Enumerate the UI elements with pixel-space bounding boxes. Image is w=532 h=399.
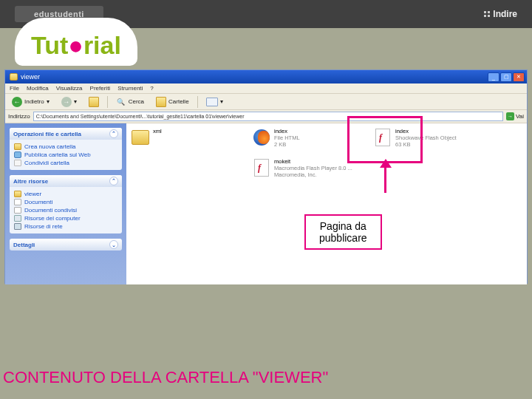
file-name: mokeit	[274, 158, 352, 165]
folders-button[interactable]: Cartelle	[152, 95, 193, 109]
file-size: 2 KB	[274, 141, 300, 148]
back-label: Indietro	[24, 98, 44, 105]
folder-icon	[10, 73, 18, 81]
file-type: File HTML	[274, 134, 300, 141]
slide: edustudenti Indire Tut●rial viewer _ ▢ ✕…	[0, 0, 532, 399]
brand-dots-icon	[484, 11, 490, 17]
chevron-down-icon: ▾	[74, 98, 77, 105]
task-label: Condividi cartella	[24, 160, 69, 166]
folders-label: Cartelle	[168, 98, 189, 105]
folders-icon	[156, 97, 166, 107]
file-type: Shockwave Flash Object	[395, 134, 457, 141]
menu-favorites[interactable]: Preferiti	[90, 85, 111, 92]
back-button[interactable]: ← Indietro ▾	[8, 95, 53, 109]
tutorial-post: rial	[83, 31, 121, 59]
file-item-folder-xml[interactable]: xml	[131, 128, 242, 148]
up-button[interactable]	[85, 95, 103, 109]
task-publish-web[interactable]: Pubblica cartella sul Web	[14, 151, 117, 159]
place-network[interactable]: Risorse di rete	[14, 222, 117, 231]
go-icon: →	[506, 112, 514, 120]
globe-icon	[14, 151, 21, 158]
file-vendor: Macromedia, Inc.	[274, 171, 352, 178]
menu-help[interactable]: ?	[150, 85, 153, 92]
panel-file-tasks: Operazioni file e cartella ⌃ Crea nuova …	[10, 128, 122, 170]
folder-icon	[14, 143, 21, 150]
file-item-mokeit[interactable]: mokeit Macromedia Flash Player 8.0 ... M…	[252, 158, 363, 178]
go-label: Vai	[516, 113, 524, 120]
folder-icon	[14, 191, 21, 197]
place-label: viewer	[24, 191, 41, 197]
panel-tasks-title: Operazioni file e cartella	[13, 131, 81, 137]
chevron-down-icon: ▾	[47, 98, 50, 105]
views-button[interactable]: ▾	[202, 96, 227, 108]
toolbar-separator	[197, 96, 198, 108]
brand-indice: Indire	[484, 9, 517, 19]
search-icon	[116, 97, 126, 107]
maximize-button[interactable]: ▢	[500, 72, 512, 82]
toolbar-separator	[107, 96, 108, 108]
brand-indice-text: Indire	[493, 9, 517, 19]
titlebar: viewer _ ▢ ✕	[5, 70, 527, 83]
tutorial-badge: Tut●rial	[15, 18, 137, 66]
place-label: Risorse del computer	[24, 215, 81, 222]
panel-details-title: Dettagli	[13, 242, 35, 248]
task-share-folder[interactable]: Condividi cartella	[14, 159, 117, 167]
collapse-button[interactable]: ⌃	[109, 129, 118, 138]
menu-file[interactable]: File	[10, 85, 19, 92]
file-list-pane: xml index File HTML 2 KB	[126, 123, 527, 284]
place-label: Risorse di rete	[24, 223, 63, 230]
back-icon: ←	[12, 97, 22, 107]
address-label: Indirizzo	[8, 113, 30, 120]
menu-view[interactable]: Visualizza	[56, 85, 83, 92]
place-viewer[interactable]: viewer	[14, 190, 117, 198]
share-icon	[14, 160, 21, 166]
go-button[interactable]: → Vai	[506, 112, 524, 120]
callout-line1: Pagina da	[319, 220, 367, 232]
computer-icon	[14, 215, 21, 222]
menu-edit[interactable]: Modifica	[27, 85, 49, 92]
firefox-icon	[253, 129, 270, 146]
place-shared-docs[interactable]: Documenti condivisi	[14, 206, 117, 214]
chevron-down-icon: ▾	[220, 98, 223, 105]
file-item-index-swf[interactable]: index Shockwave Flash Object 63 KB	[373, 128, 484, 148]
toolbar: ← Indietro ▾ → ▾ Cerca Cartelle	[5, 94, 527, 110]
tutorial-pre: Tut	[31, 31, 68, 59]
minimize-button[interactable]: _	[488, 72, 499, 82]
close-button[interactable]: ✕	[513, 72, 525, 82]
documents-icon	[14, 199, 21, 205]
place-label: Documenti	[24, 199, 52, 205]
collapse-button[interactable]: ⌃	[109, 177, 118, 185]
views-icon	[206, 98, 218, 106]
file-type: Macromedia Flash Player 8.0 ...	[274, 165, 352, 171]
task-label: Pubblica cartella sul Web	[24, 151, 91, 158]
task-label: Crea nuova cartella	[24, 143, 75, 150]
addressbar: Indirizzo C:\Documents and Settings\uten…	[5, 110, 527, 123]
place-my-computer[interactable]: Risorse del computer	[14, 214, 117, 222]
address-input[interactable]: C:\Documents and Settings\utente\Documen…	[33, 112, 503, 121]
search-label: Cerca	[129, 98, 144, 105]
place-label: Documenti condivisi	[24, 207, 77, 214]
up-folder-icon	[89, 97, 99, 107]
panel-other-places: Altre risorse ⌃ viewer Documenti Documen…	[10, 175, 122, 233]
slide-caption: CONTENUTO DELLA CARTELLA "VIEWER"	[0, 368, 328, 387]
folder-icon	[132, 130, 149, 145]
search-button[interactable]: Cerca	[112, 95, 148, 109]
file-item-index-html[interactable]: index File HTML 2 KB	[252, 128, 363, 148]
panel-details: Dettagli ⌃	[10, 239, 122, 250]
network-icon	[14, 223, 21, 230]
expand-button[interactable]: ⌃	[109, 240, 118, 249]
window-title: viewer	[21, 73, 40, 81]
callout-line2: pubblicare	[319, 232, 367, 244]
file-name: xml	[153, 128, 162, 134]
file-size: 63 KB	[395, 141, 457, 148]
file-name: index	[395, 128, 457, 134]
flash-icon	[254, 159, 269, 177]
callout-label: Pagina da pubblicare	[304, 214, 382, 250]
tasks-sidebar: Operazioni file e cartella ⌃ Crea nuova …	[5, 123, 126, 284]
shared-docs-icon	[14, 207, 21, 214]
forward-button[interactable]: → ▾	[58, 95, 81, 109]
menu-tools[interactable]: Strumenti	[117, 85, 143, 92]
place-documents[interactable]: Documenti	[14, 198, 117, 206]
flash-icon	[375, 129, 390, 146]
task-new-folder[interactable]: Crea nuova cartella	[14, 143, 117, 151]
